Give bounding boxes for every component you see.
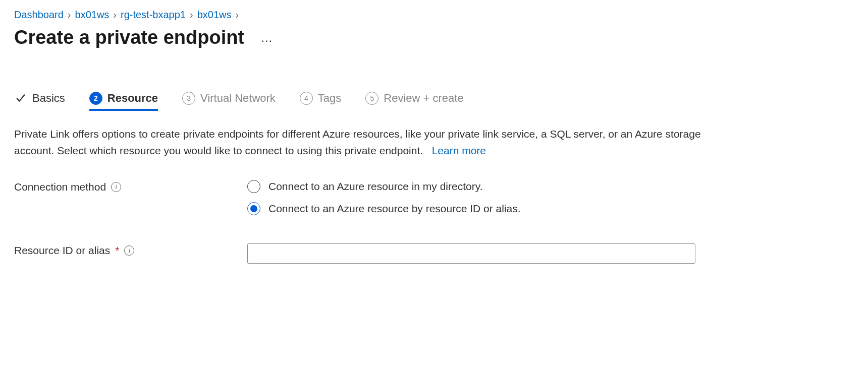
- step-number-icon: 5: [365, 92, 378, 105]
- page-title: Create a private endpoint: [14, 27, 244, 48]
- label-text: Connection method: [14, 181, 106, 193]
- description-text: Private Link offers options to create pr…: [14, 126, 721, 159]
- breadcrumb-item[interactable]: bx01ws: [75, 9, 110, 21]
- step-label: Basics: [32, 92, 65, 105]
- radio-connect-directory[interactable]: Connect to an Azure resource in my direc…: [247, 180, 521, 193]
- stepper: Basics 2 Resource 3 Virtual Network 4 Ta…: [14, 92, 854, 112]
- description-body: Private Link offers options to create pr…: [14, 128, 701, 156]
- breadcrumb-item[interactable]: Dashboard: [14, 9, 64, 21]
- radio-connect-resource-id[interactable]: Connect to an Azure resource by resource…: [247, 202, 521, 215]
- form-row-resource-id: Resource ID or alias * i: [14, 243, 854, 264]
- breadcrumb-item[interactable]: rg-test-bxapp1: [121, 9, 186, 21]
- breadcrumb: Dashboard › bx01ws › rg-test-bxapp1 › bx…: [14, 9, 854, 21]
- form-row-connection-method: Connection method i Connect to an Azure …: [14, 180, 854, 215]
- more-actions-button[interactable]: …: [256, 30, 278, 46]
- chevron-right-icon: ›: [190, 9, 193, 21]
- step-resource[interactable]: 2 Resource: [89, 92, 158, 111]
- connection-method-radio-group: Connect to an Azure resource in my direc…: [247, 180, 521, 215]
- checkmark-icon: [14, 92, 27, 105]
- connection-method-label: Connection method i: [14, 180, 247, 193]
- step-label: Review + create: [384, 92, 463, 105]
- resource-id-label: Resource ID or alias * i: [14, 243, 247, 257]
- required-marker: *: [115, 244, 119, 257]
- step-review-create[interactable]: 5 Review + create: [365, 92, 463, 109]
- radio-label: Connect to an Azure resource by resource…: [268, 203, 521, 215]
- radio-icon: [247, 180, 260, 193]
- info-icon[interactable]: i: [111, 182, 121, 192]
- chevron-right-icon: ›: [68, 9, 71, 21]
- step-label: Tags: [318, 92, 341, 105]
- learn-more-link[interactable]: Learn more: [432, 145, 486, 156]
- label-text: Resource ID or alias: [14, 244, 110, 257]
- step-number-icon: 3: [182, 92, 195, 105]
- step-number-icon: 2: [89, 92, 102, 105]
- chevron-right-icon: ›: [235, 9, 239, 21]
- info-icon[interactable]: i: [124, 245, 134, 256]
- resource-id-input[interactable]: [247, 243, 695, 264]
- radio-icon: [247, 202, 260, 215]
- chevron-right-icon: ›: [113, 9, 117, 21]
- step-tags[interactable]: 4 Tags: [300, 92, 341, 109]
- step-virtual-network[interactable]: 3 Virtual Network: [182, 92, 276, 109]
- radio-label: Connect to an Azure resource in my direc…: [268, 180, 482, 193]
- breadcrumb-item[interactable]: bx01ws: [197, 9, 232, 21]
- step-basics[interactable]: Basics: [14, 92, 65, 109]
- step-label: Virtual Network: [200, 92, 276, 105]
- step-number-icon: 4: [300, 92, 313, 105]
- step-label: Resource: [107, 92, 158, 105]
